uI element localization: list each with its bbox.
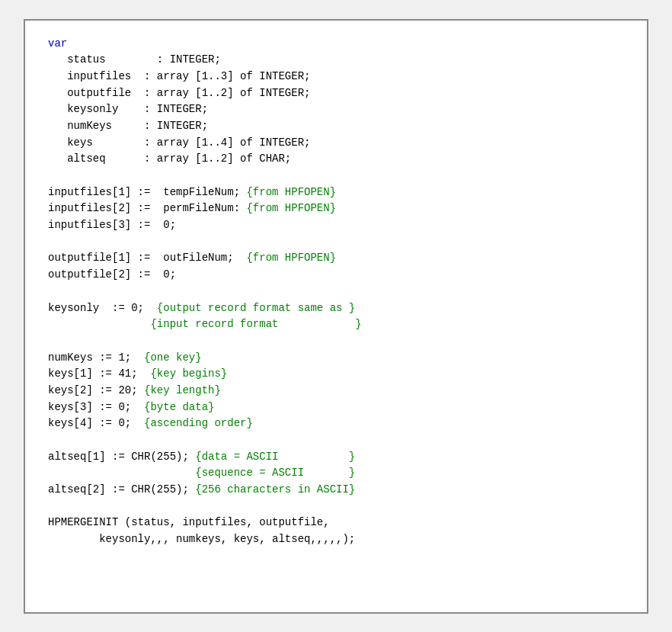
code-part: outputfile : array [1..2] of INTEGER; xyxy=(48,87,310,99)
code-part: numKeys : INTEGER; xyxy=(48,120,208,132)
code-part: {data = ASCII } xyxy=(195,451,355,463)
code-part: inputfiles[1] := tempFileNum; xyxy=(48,186,246,198)
code-part xyxy=(48,318,150,330)
code-part: altseq[1] := CHR(255); xyxy=(48,451,195,463)
code-line: keysonly := 0; {output record format sam… xyxy=(48,300,624,317)
code-part: inputfiles[2] := permFileNum: xyxy=(48,202,246,214)
code-line: outputfile[1] := outFileNum; {from HPFOP… xyxy=(48,250,624,267)
code-part: keys[4] := 0; xyxy=(48,417,144,429)
code-part: {one key} xyxy=(144,351,202,364)
code-part: {key begins} xyxy=(150,367,227,380)
code-line xyxy=(48,333,624,350)
code-line: altseq[1] := CHR(255); {data = ASCII } xyxy=(48,449,624,466)
code-part: outputfile[1] := outFileNum; xyxy=(48,252,246,264)
code-line: keys[1] := 41; {key begins} xyxy=(48,366,624,383)
code-part: {output record format same as } xyxy=(157,302,355,314)
code-part: inputfiles[3] := 0; xyxy=(48,219,176,231)
code-line: {input record format } xyxy=(48,316,624,333)
code-part xyxy=(48,467,195,479)
code-part: keys : array [1..4] of INTEGER; xyxy=(48,136,310,149)
code-part: {sequence = ASCII } xyxy=(195,467,355,479)
code-line: outputfile : array [1..2] of INTEGER; xyxy=(48,85,624,102)
code-line: keysonly : INTEGER; xyxy=(48,101,624,118)
code-line xyxy=(48,499,624,515)
code-line: inputfiles : array [1..3] of INTEGER; xyxy=(48,69,624,85)
code-line: altseq : array [1..2] of CHAR; xyxy=(48,151,624,168)
code-block: var status : INTEGER; inputfiles : array… xyxy=(48,36,624,548)
code-part: {256 characters in ASCII} xyxy=(195,483,355,496)
code-part: status : INTEGER; xyxy=(48,53,221,66)
code-part: HPMERGE xyxy=(48,516,93,528)
code-line: var xyxy=(48,36,624,53)
code-part: {from HPFOPEN} xyxy=(246,186,336,198)
code-part: {ascending order} xyxy=(144,417,253,429)
code-part: INIT xyxy=(93,516,119,528)
code-part: keys[2] := 20; xyxy=(48,384,144,396)
code-part: inputfiles : array [1..3] of INTEGER; xyxy=(48,70,310,82)
code-part: numKeys := 1; xyxy=(48,351,144,364)
code-part: (status, inputfiles, outputfile, xyxy=(118,516,329,528)
code-line: keys : array [1..4] of INTEGER; xyxy=(48,135,624,152)
code-container: var status : INTEGER; inputfiles : array… xyxy=(24,19,648,614)
code-line: inputfiles[1] := tempFileNum; {from HPFO… xyxy=(48,184,624,201)
code-line: numKeys : INTEGER; xyxy=(48,118,624,135)
code-part: {from HPFOPEN} xyxy=(246,202,336,214)
code-line: {sequence = ASCII } xyxy=(48,465,624,482)
code-part: altseq : array [1..2] of CHAR; xyxy=(48,152,291,165)
code-part: {input record format } xyxy=(150,318,361,330)
code-part: keys[3] := 0; xyxy=(48,401,144,413)
code-line: HPMERGEINIT (status, inputfiles, outputf… xyxy=(48,515,624,531)
code-part: {byte data} xyxy=(144,401,214,413)
code-part: altseq[2] := CHR(255); xyxy=(48,483,195,496)
code-line: keysonly,,, numkeys, keys, altseq,,,,,); xyxy=(48,531,624,548)
code-part: keysonly := 0; xyxy=(48,302,157,314)
code-line: keys[2] := 20; {key length} xyxy=(48,383,624,399)
code-line: inputfiles[3] := 0; xyxy=(48,217,624,234)
code-part: {from HPFOPEN} xyxy=(246,252,336,264)
code-line: status : INTEGER; xyxy=(48,52,624,69)
code-line xyxy=(48,168,624,184)
code-line: keys[3] := 0; {byte data} xyxy=(48,399,624,416)
code-part: keysonly : INTEGER; xyxy=(48,103,208,115)
code-line xyxy=(48,432,624,449)
code-line: numKeys := 1; {one key} xyxy=(48,350,624,367)
code-part: keysonly,,, numkeys, keys, altseq,,,,,); xyxy=(48,533,355,545)
code-line: outputfile[2] := 0; xyxy=(48,267,624,284)
code-part: keys[1] := 41; xyxy=(48,367,150,380)
code-line: inputfiles[2] := permFileNum: {from HPFO… xyxy=(48,201,624,217)
code-line xyxy=(48,284,624,300)
code-part: {key length} xyxy=(144,384,221,396)
code-line: altseq[2] := CHR(255); {256 characters i… xyxy=(48,482,624,499)
code-part: var xyxy=(48,37,67,50)
code-line: keys[4] := 0; {ascending order} xyxy=(48,415,624,432)
code-part: outputfile[2] := 0; xyxy=(48,268,176,281)
code-line xyxy=(48,234,624,251)
